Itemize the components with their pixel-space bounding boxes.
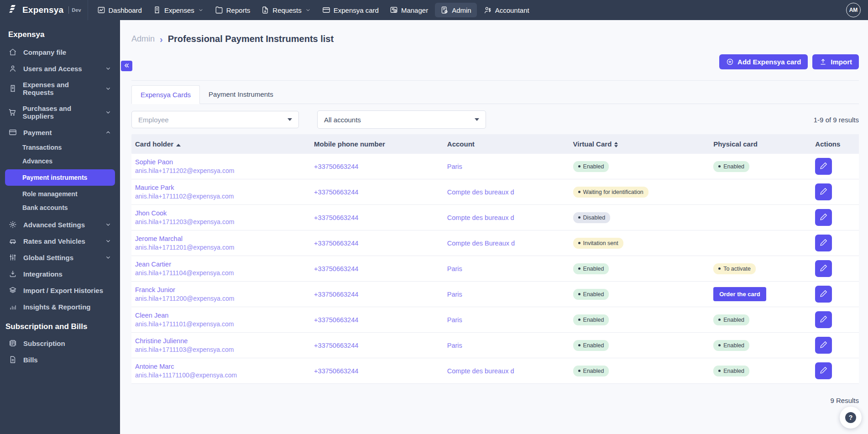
status-pill-enabled: Enabled: [713, 314, 749, 325]
sort-icon: [614, 142, 618, 147]
account-link[interactable]: Paris: [447, 163, 462, 170]
sidebar-item-expenses-and-requests[interactable]: Expenses and Requests: [0, 77, 120, 100]
edit-button[interactable]: [815, 337, 832, 354]
cardholder-email[interactable]: anis.hila+1711101@expensya.com: [135, 320, 307, 328]
sidebar-subitem-payment-instruments[interactable]: Payment instruments: [5, 169, 115, 186]
avatar[interactable]: AM: [846, 3, 861, 17]
add-expensya-card-button[interactable]: Add Expensya card: [719, 54, 808, 69]
sidebar-item-company-file[interactable]: Company file: [0, 44, 120, 60]
tab-payment-instruments[interactable]: Payment Instruments: [200, 85, 282, 104]
cardholder-email[interactable]: anis.hila+1711202@expensya.com: [135, 167, 307, 174]
column-header-actions: Actions: [811, 134, 859, 154]
phone-link[interactable]: +33750663244: [314, 342, 358, 349]
edit-button[interactable]: [815, 158, 832, 175]
cardholder-name[interactable]: Jean Cartier: [135, 261, 307, 268]
cardholder-email[interactable]: anis.hila+1711200@expensya.com: [135, 295, 307, 302]
phone-link[interactable]: +33750663244: [314, 265, 358, 272]
cardholder-email[interactable]: anis.hila+1711104@expensya.com: [135, 269, 307, 277]
account-link[interactable]: Paris: [447, 342, 462, 349]
account-link[interactable]: Compte des bureaux d: [447, 367, 514, 375]
status-dot: [578, 370, 580, 372]
cardholder-name[interactable]: Jhon Cook: [135, 209, 307, 217]
edit-button[interactable]: [815, 209, 832, 226]
sidebar-item-payment[interactable]: Payment: [0, 124, 120, 141]
edit-button[interactable]: [815, 286, 832, 303]
column-header-virtual-card[interactable]: Virtual Card: [570, 134, 710, 154]
sidebar-item-insights-reporting[interactable]: Insights & Reporting: [0, 298, 120, 315]
phone-link[interactable]: +33750663244: [314, 163, 358, 170]
sidebar-collapse-button[interactable]: [121, 61, 132, 71]
edit-button[interactable]: [815, 311, 832, 328]
accounts-select[interactable]: All accounts: [317, 110, 486, 129]
brand[interactable]: Expensya Dev: [0, 4, 88, 16]
circle-plus-icon: [726, 58, 734, 66]
order-card-button[interactable]: Order the card: [713, 287, 766, 301]
status-dot: [578, 242, 580, 244]
sidebar-item-bills[interactable]: Bills: [0, 351, 120, 368]
cardholder-name[interactable]: Cleen Jean: [135, 312, 307, 319]
edit-button[interactable]: [815, 235, 832, 251]
cardholder-cell: Jerome Marchalanis.hila+1711201@expensya…: [131, 230, 310, 256]
chevron-down-icon: [104, 221, 113, 228]
cardholder-email[interactable]: anis.hila+1711203@expensya.com: [135, 218, 307, 225]
edit-button[interactable]: [815, 260, 832, 277]
sidebar-subitem-role-management[interactable]: Role management: [0, 187, 120, 201]
nav-item-manager[interactable]: Manager: [384, 0, 434, 20]
cardholder-email[interactable]: anis.hila+1711103@expensya.com: [135, 346, 307, 353]
sidebar-subitem-bank-accounts[interactable]: Bank accounts: [0, 201, 120, 214]
account-link[interactable]: Compte des bureaux d: [447, 214, 514, 221]
cardholder-name[interactable]: Sophie Paon: [135, 158, 307, 166]
sidebar-item-purchases-and-suppliers[interactable]: Purchases and Suppliers: [0, 100, 120, 124]
phone-cell: +33750663244: [310, 333, 444, 358]
sidebar-subitem-advances[interactable]: Advances: [0, 154, 120, 168]
phone-link[interactable]: +33750663244: [314, 367, 358, 375]
phone-link[interactable]: +33750663244: [314, 214, 358, 221]
sidebar-item-global-settings[interactable]: Global Settings: [0, 249, 120, 266]
account-link[interactable]: Paris: [447, 316, 462, 324]
sidebar-item-advanced-settings[interactable]: Advanced Settings: [0, 216, 120, 233]
help-button[interactable]: ?: [840, 407, 862, 429]
edit-button[interactable]: [815, 183, 832, 200]
sidebar-item-users-and-access[interactable]: Users and Access: [0, 60, 120, 77]
sidebar-item-integrations[interactable]: Integrations: [0, 266, 120, 282]
nav-item-reports[interactable]: Reports: [209, 0, 256, 20]
sidebar-item-rates-and-vehicles[interactable]: Rates and Vehicles: [0, 233, 120, 249]
phone-link[interactable]: +33750663244: [314, 188, 358, 196]
cardholder-name[interactable]: Franck Junior: [135, 286, 307, 293]
actions-cell: [811, 179, 859, 205]
phone-link[interactable]: +33750663244: [314, 291, 358, 298]
column-header-card-holder[interactable]: Card holder: [131, 134, 310, 154]
nav-item-admin[interactable]: Admin: [435, 3, 477, 17]
nav-item-accountant[interactable]: Accountant: [478, 0, 535, 20]
cardholder-name[interactable]: Christine Julienne: [135, 337, 307, 345]
nav-item-requests[interactable]: Requests: [256, 0, 316, 20]
edit-button[interactable]: [815, 362, 832, 379]
account-link[interactable]: Paris: [447, 265, 462, 272]
status-pill-disabled: Disabled: [573, 212, 611, 223]
sidebar-item-import-export-histories[interactable]: Import / Export Histories: [0, 282, 120, 298]
phone-cell: +33750663244: [310, 179, 444, 205]
cardholder-name[interactable]: Antoine Marc: [135, 363, 307, 370]
cardholder-email[interactable]: anis.hila+11171100@expensya.com: [135, 371, 307, 379]
account-link[interactable]: Compte des Bureaux d: [447, 240, 515, 247]
actions-cell: [811, 333, 859, 358]
phone-link[interactable]: +33750663244: [314, 316, 358, 324]
breadcrumb-admin[interactable]: Admin: [131, 34, 155, 44]
cardholder-name[interactable]: Maurice Park: [135, 184, 307, 191]
phone-link[interactable]: +33750663244: [314, 240, 358, 247]
nav-item-expensya-card[interactable]: Expensya card: [317, 0, 384, 20]
sidebar-item-subscription[interactable]: Subscription: [0, 335, 120, 351]
nav-item-expenses[interactable]: Expenses: [147, 0, 209, 20]
import-button[interactable]: Import: [812, 54, 859, 69]
nav-item-dashboard[interactable]: Dashboard: [92, 0, 147, 20]
cardholder-email[interactable]: anis.hila+1711201@expensya.com: [135, 244, 307, 251]
filters-row: Employee All accounts 1-9 of 9 results: [131, 110, 859, 129]
employee-select[interactable]: Employee: [131, 111, 299, 128]
cardholder-name[interactable]: Jerome Marchal: [135, 235, 307, 242]
cardholder-email[interactable]: anis.hila+1711102@expensya.com: [135, 193, 307, 200]
status-dot: [578, 267, 580, 270]
tab-expensya-cards[interactable]: Expensya Cards: [131, 85, 200, 104]
account-link[interactable]: Paris: [447, 291, 462, 298]
account-link[interactable]: Compte des bureaux d: [447, 188, 514, 196]
sidebar-subitem-transactions[interactable]: Transactions: [0, 141, 120, 154]
